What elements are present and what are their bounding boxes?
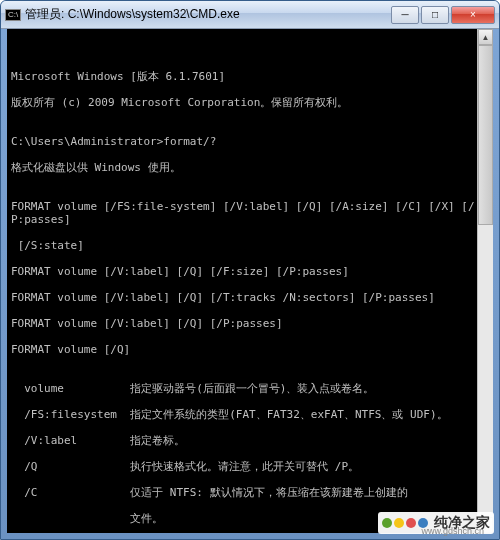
console-line: C:\Users\Administrator>format/?: [11, 135, 475, 148]
dot-icon: [394, 518, 404, 528]
close-button[interactable]: ×: [451, 6, 495, 24]
console-line: /FS:filesystem 指定文件系统的类型(FAT、FAT32、exFAT…: [11, 408, 475, 421]
scroll-track[interactable]: [478, 225, 493, 517]
vertical-scrollbar[interactable]: ▲ ▼: [477, 29, 493, 533]
minimize-button[interactable]: ─: [391, 6, 419, 24]
console-line: FORMAT volume [/V:label] [/Q] [/T:tracks…: [11, 291, 475, 304]
console-line: FORMAT volume [/FS:file-system] [/V:labe…: [11, 200, 475, 226]
app-window: C:\ 管理员: C:\Windows\system32\CMD.exe ─ □…: [0, 0, 500, 540]
watermark-url: www.gdshch.cn: [421, 526, 484, 536]
console-line: 格式化磁盘以供 Windows 使用。: [11, 161, 475, 174]
console-line: FORMAT volume [/V:label] [/Q] [/P:passes…: [11, 317, 475, 330]
console-line: 版权所有 (c) 2009 Microsoft Corporation。保留所有…: [11, 96, 475, 109]
window-controls: ─ □ ×: [389, 6, 495, 24]
console-area[interactable]: Microsoft Windows [版本 6.1.7601] 版权所有 (c)…: [7, 29, 493, 533]
console-line: Microsoft Windows [版本 6.1.7601]: [11, 70, 475, 83]
dot-icon: [406, 518, 416, 528]
watermark: 纯净之家 www.gdshch.cn: [378, 512, 494, 534]
console-line: /Q 执行快速格式化。请注意，此开关可替代 /P。: [11, 460, 475, 473]
scroll-thumb[interactable]: [478, 45, 493, 225]
dot-icon: [382, 518, 392, 528]
titlebar[interactable]: C:\ 管理员: C:\Windows\system32\CMD.exe ─ □…: [1, 1, 499, 29]
console-output: Microsoft Windows [版本 6.1.7601] 版权所有 (c)…: [11, 57, 489, 533]
console-line: [/S:state]: [11, 239, 475, 252]
cmd-icon: C:\: [5, 9, 21, 21]
console-line: FORMAT volume [/Q]: [11, 343, 475, 356]
scroll-up-button[interactable]: ▲: [478, 29, 493, 45]
console-line: /C 仅适于 NTFS: 默认情况下，将压缩在该新建卷上创建的: [11, 486, 475, 499]
console-line: FORMAT volume [/V:label] [/Q] [/F:size] …: [11, 265, 475, 278]
console-line: volume 指定驱动器号(后面跟一个冒号)、装入点或卷名。: [11, 382, 475, 395]
window-title: 管理员: C:\Windows\system32\CMD.exe: [25, 6, 389, 23]
maximize-button[interactable]: □: [421, 6, 449, 24]
console-line: /V:label 指定卷标。: [11, 434, 475, 447]
